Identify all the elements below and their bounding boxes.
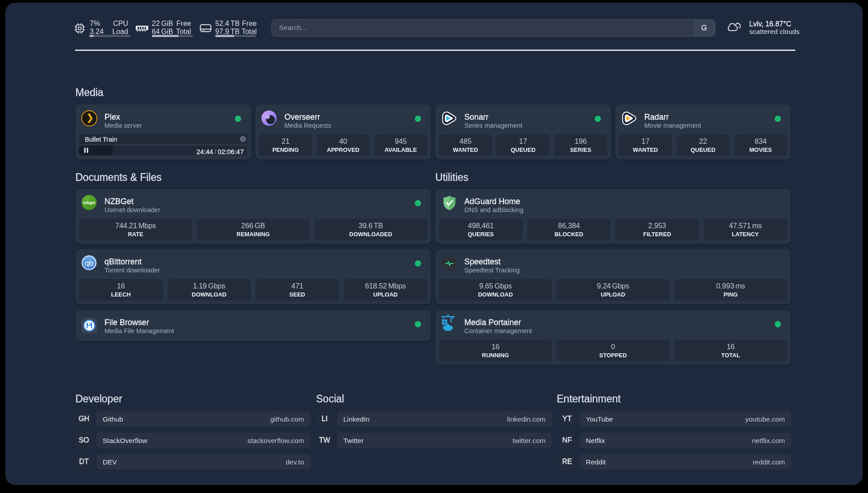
svg-text:qb: qb [85,259,93,267]
svg-text:nzbget: nzbget [83,201,96,205]
